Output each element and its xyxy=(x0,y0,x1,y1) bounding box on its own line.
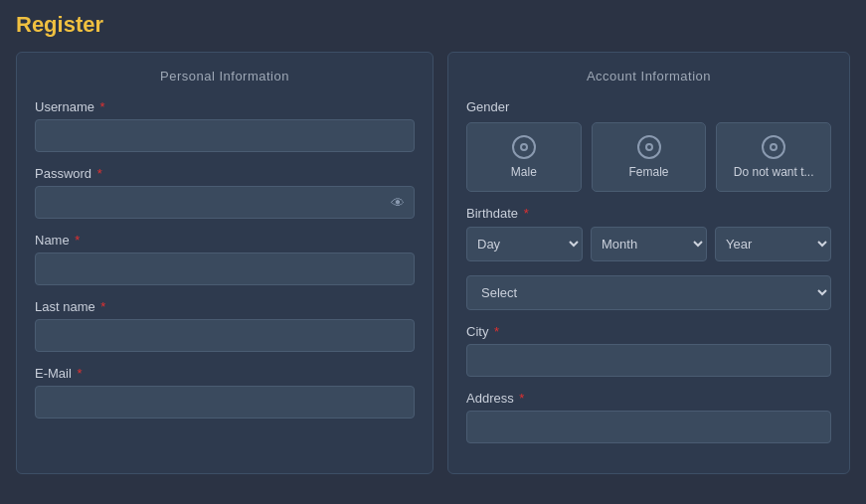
birthdate-day-select[interactable]: Day for(let i=1;i<=31;i++) document.writ… xyxy=(466,227,583,261)
username-label: Username * xyxy=(35,99,415,114)
address-label: Address * xyxy=(466,391,831,406)
gender-male-label: Male xyxy=(511,165,537,179)
address-input[interactable] xyxy=(466,411,831,443)
birthdate-section: Birthdate * Day for(let i=1;i<=31;i++) d… xyxy=(466,206,831,261)
toggle-password-icon[interactable]: 👁 xyxy=(391,195,405,211)
birthdate-selects: Day for(let i=1;i<=31;i++) document.writ… xyxy=(466,227,831,261)
page-title: Register xyxy=(16,12,850,38)
city-label: City * xyxy=(466,324,831,339)
username-group: Username * xyxy=(35,99,415,152)
gender-options: Male Female Do not want t... xyxy=(466,122,831,192)
birthdate-month-select[interactable]: Month JanuaryFebruaryMarch AprilMayJune … xyxy=(591,227,707,261)
account-information-card: Account Information Gender Male xyxy=(447,52,850,474)
last-name-input[interactable] xyxy=(35,319,415,352)
last-name-group: Last name * xyxy=(35,299,415,352)
password-group: Password * 👁 xyxy=(35,166,415,219)
gender-female-label: Female xyxy=(629,165,669,179)
city-input[interactable] xyxy=(466,344,831,377)
gender-none-label: Do not want t... xyxy=(734,165,814,179)
last-name-label: Last name * xyxy=(35,299,415,314)
username-input[interactable] xyxy=(35,119,415,152)
gender-male-circle-icon xyxy=(512,135,536,159)
gender-female-circle-icon xyxy=(637,135,661,159)
account-info-title: Account Information xyxy=(466,69,831,84)
email-group: E-Mail * xyxy=(35,366,415,419)
password-wrapper: 👁 xyxy=(35,186,415,219)
email-input[interactable] xyxy=(35,386,415,419)
country-select[interactable]: Select xyxy=(466,275,831,310)
personal-information-card: Personal Information Username * Password… xyxy=(16,52,433,474)
address-group: Address * xyxy=(466,391,831,443)
city-group: City * xyxy=(466,324,831,377)
gender-label: Gender xyxy=(466,99,831,114)
password-input[interactable] xyxy=(35,186,415,219)
password-label: Password * xyxy=(35,166,415,181)
name-label: Name * xyxy=(35,233,415,248)
gender-none-circle-icon xyxy=(762,135,785,159)
gender-female-button[interactable]: Female xyxy=(592,122,707,192)
name-group: Name * xyxy=(35,233,415,285)
gender-male-button[interactable]: Male xyxy=(466,122,582,192)
personal-info-title: Personal Information xyxy=(35,69,415,84)
birthdate-label: Birthdate * xyxy=(466,206,831,221)
gender-section: Gender Male Female xyxy=(466,99,831,192)
name-input[interactable] xyxy=(35,252,415,285)
birthdate-year-select[interactable]: Year for(let y=2024;y>=1920;y--) documen… xyxy=(715,227,831,261)
email-label: E-Mail * xyxy=(35,366,415,381)
gender-none-button[interactable]: Do not want t... xyxy=(716,122,831,192)
